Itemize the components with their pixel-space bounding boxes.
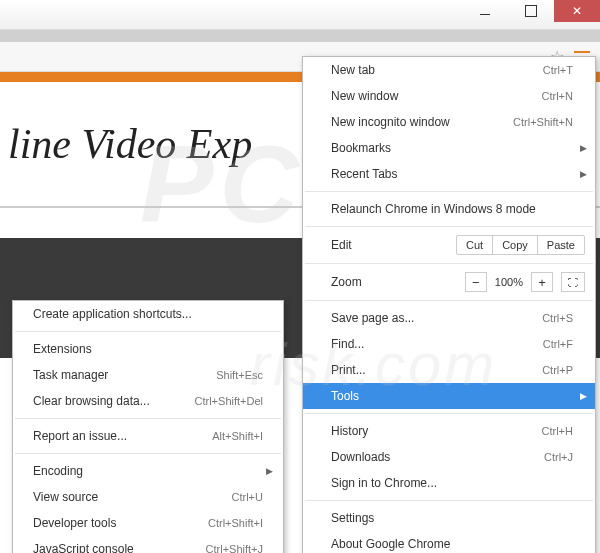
label: Extensions: [33, 342, 92, 356]
shortcut: Ctrl+S: [542, 312, 573, 324]
label: Encoding: [33, 464, 83, 478]
separator: [305, 413, 593, 414]
menu-new-window[interactable]: New windowCtrl+N: [303, 83, 595, 109]
chevron-right-icon: ▶: [580, 143, 587, 153]
label: Tools: [331, 389, 359, 403]
shortcut: Ctrl+U: [232, 491, 263, 503]
chevron-right-icon: ▶: [266, 466, 273, 476]
label: View source: [33, 490, 98, 504]
menu-downloads[interactable]: DownloadsCtrl+J: [303, 444, 595, 470]
menu-save-page[interactable]: Save page as...Ctrl+S: [303, 305, 595, 331]
submenu-js-console[interactable]: JavaScript consoleCtrl+Shift+J: [13, 536, 283, 553]
chevron-right-icon: ▶: [580, 391, 587, 401]
label: Create application shortcuts...: [33, 307, 192, 321]
label: Settings: [331, 511, 374, 525]
submenu-clear-data[interactable]: Clear browsing data...Ctrl+Shift+Del: [13, 388, 283, 414]
edit-button-group: Cut Copy Paste: [456, 235, 585, 255]
label: Edit: [331, 238, 352, 252]
zoom-out-button[interactable]: −: [465, 272, 487, 292]
paste-button[interactable]: Paste: [538, 236, 584, 254]
tools-submenu: Create application shortcuts... Extensio…: [12, 300, 284, 553]
label: Clear browsing data...: [33, 394, 150, 408]
label: Bookmarks: [331, 141, 391, 155]
maximize-button[interactable]: [508, 0, 554, 22]
separator: [305, 300, 593, 301]
label: Developer tools: [33, 516, 116, 530]
label: History: [331, 424, 368, 438]
tab-strip[interactable]: [0, 30, 600, 42]
label: JavaScript console: [33, 542, 134, 553]
menu-edit-row: Edit Cut Copy Paste: [303, 231, 595, 259]
shortcut: Ctrl+Shift+N: [513, 116, 573, 128]
shortcut: Ctrl+Shift+I: [208, 517, 263, 529]
shortcut: Ctrl+F: [543, 338, 573, 350]
menu-find[interactable]: Find...Ctrl+F: [303, 331, 595, 357]
shortcut: Ctrl+J: [544, 451, 573, 463]
separator: [15, 453, 281, 454]
menu-print[interactable]: Print...Ctrl+P: [303, 357, 595, 383]
separator: [305, 191, 593, 192]
submenu-dev-tools[interactable]: Developer toolsCtrl+Shift+I: [13, 510, 283, 536]
menu-settings[interactable]: Settings: [303, 505, 595, 531]
shortcut: Ctrl+P: [542, 364, 573, 376]
zoom-in-button[interactable]: +: [531, 272, 553, 292]
menu-relaunch-win8[interactable]: Relaunch Chrome in Windows 8 mode: [303, 196, 595, 222]
shortcut: Shift+Esc: [216, 369, 263, 381]
submenu-view-source[interactable]: View sourceCtrl+U: [13, 484, 283, 510]
submenu-encoding[interactable]: Encoding▶: [13, 458, 283, 484]
label: Downloads: [331, 450, 390, 464]
label: About Google Chrome: [331, 537, 450, 551]
label: New window: [331, 89, 398, 103]
chrome-main-menu: New tabCtrl+T New windowCtrl+N New incog…: [302, 56, 596, 553]
menu-new-tab[interactable]: New tabCtrl+T: [303, 57, 595, 83]
label: Zoom: [331, 275, 362, 289]
zoom-value: 100%: [489, 276, 529, 288]
label: Find...: [331, 337, 364, 351]
label: Report an issue...: [33, 429, 127, 443]
label: Task manager: [33, 368, 108, 382]
menu-new-incognito[interactable]: New incognito windowCtrl+Shift+N: [303, 109, 595, 135]
separator: [15, 331, 281, 332]
zoom-controls: − 100% + ⛶: [465, 272, 585, 292]
label: Sign in to Chrome...: [331, 476, 437, 490]
submenu-extensions[interactable]: Extensions: [13, 336, 283, 362]
minimize-button[interactable]: [462, 0, 508, 22]
separator: [305, 263, 593, 264]
label: Print...: [331, 363, 366, 377]
menu-zoom-row: Zoom − 100% + ⛶: [303, 268, 595, 296]
separator: [15, 418, 281, 419]
menu-bookmarks[interactable]: Bookmarks▶: [303, 135, 595, 161]
label: New incognito window: [331, 115, 450, 129]
close-button[interactable]: [554, 0, 600, 22]
submenu-create-shortcuts[interactable]: Create application shortcuts...: [13, 301, 283, 327]
separator: [305, 226, 593, 227]
window-titlebar: [0, 0, 600, 30]
shortcut: Ctrl+N: [542, 90, 573, 102]
menu-sign-in[interactable]: Sign in to Chrome...: [303, 470, 595, 496]
label: Save page as...: [331, 311, 414, 325]
shortcut: Alt+Shift+I: [212, 430, 263, 442]
shortcut: Ctrl+T: [543, 64, 573, 76]
menu-history[interactable]: HistoryCtrl+H: [303, 418, 595, 444]
label: New tab: [331, 63, 375, 77]
shortcut: Ctrl+Shift+Del: [195, 395, 263, 407]
shortcut: Ctrl+Shift+J: [206, 543, 263, 553]
menu-tools[interactable]: Tools▶: [303, 383, 595, 409]
menu-about[interactable]: About Google Chrome: [303, 531, 595, 553]
label: Relaunch Chrome in Windows 8 mode: [331, 202, 536, 216]
chevron-right-icon: ▶: [580, 169, 587, 179]
shortcut: Ctrl+H: [542, 425, 573, 437]
label: Recent Tabs: [331, 167, 398, 181]
copy-button[interactable]: Copy: [493, 236, 538, 254]
submenu-task-manager[interactable]: Task managerShift+Esc: [13, 362, 283, 388]
cut-button[interactable]: Cut: [457, 236, 493, 254]
fullscreen-button[interactable]: ⛶: [561, 272, 585, 292]
submenu-report-issue[interactable]: Report an issue...Alt+Shift+I: [13, 423, 283, 449]
menu-recent-tabs[interactable]: Recent Tabs▶: [303, 161, 595, 187]
separator: [305, 500, 593, 501]
